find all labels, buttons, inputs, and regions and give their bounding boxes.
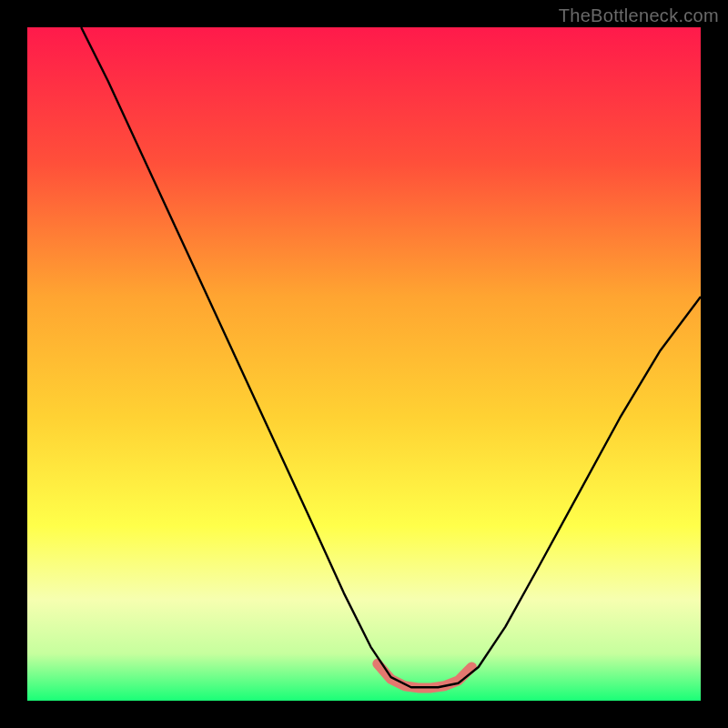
chart-frame: TheBottleneck.com <box>0 0 728 728</box>
bottleneck-chart <box>27 27 701 701</box>
plot-area <box>27 27 701 701</box>
watermark-text: TheBottleneck.com <box>559 5 719 26</box>
gradient-background <box>27 27 701 701</box>
